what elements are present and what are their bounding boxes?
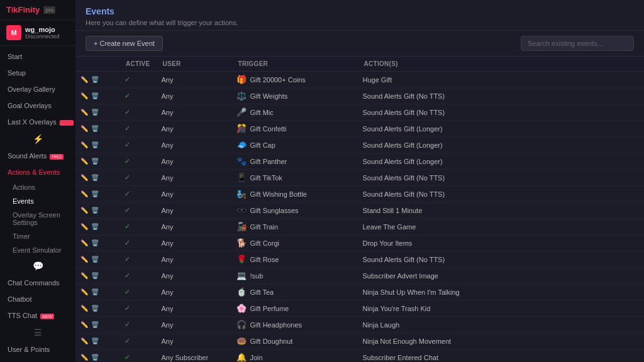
active-check[interactable]: ✓ [125, 353, 130, 361]
delete-icon[interactable]: 🗑️ [91, 354, 99, 361]
trigger-label: Join [250, 354, 262, 361]
trigger-emoji: ⚖️ [236, 91, 247, 101]
edit-icon[interactable]: ✏️ [80, 354, 88, 361]
row-action: Stand Still 1 Minute [357, 202, 644, 219]
row-user: Any [156, 268, 231, 284]
active-check[interactable]: ✓ [125, 255, 130, 263]
active-check[interactable]: ✓ [125, 124, 130, 132]
sidebar-item-sound-alerts[interactable]: Sound Alerts PRO [0, 148, 75, 164]
delete-icon[interactable]: 🗑️ [91, 305, 99, 312]
edit-icon[interactable]: ✏️ [80, 76, 88, 83]
table-row: ✏️ 🗑️ ✓ Any 🎁 Gift 20000+ Coins Huge Gif… [75, 72, 644, 88]
sidebar-item-chat-commands[interactable]: Chat Commands [0, 275, 75, 291]
active-check[interactable]: ✓ [125, 222, 130, 230]
sidebar-item-overlay-gallery[interactable]: Overlay Gallery [0, 81, 75, 97]
sidebar-item-setup[interactable]: Setup [0, 65, 75, 81]
edit-icon[interactable]: ✏️ [80, 125, 88, 132]
edit-icon[interactable]: ✏️ [80, 223, 88, 230]
sidebar: TikFinity pro M wg_mojo Disconnected Sta… [0, 0, 75, 362]
sidebar-item-start[interactable]: Start [0, 48, 75, 65]
trigger-emoji: 🧞 [236, 189, 247, 199]
active-check[interactable]: ✓ [125, 75, 130, 83]
edit-icon[interactable]: ✏️ [80, 190, 88, 197]
edit-icon[interactable]: ✏️ [80, 92, 88, 99]
active-check[interactable]: ✓ [125, 157, 130, 165]
active-check[interactable]: ✓ [125, 141, 130, 148]
delete-icon[interactable]: 🗑️ [91, 109, 99, 116]
sidebar-sub-actions[interactable]: Actions [0, 180, 75, 194]
edit-icon[interactable]: ✏️ [80, 272, 88, 279]
edit-icon[interactable]: ✏️ [80, 337, 88, 344]
sidebar-item-goal-overlays[interactable]: Goal Overlays [0, 97, 75, 114]
edit-icon[interactable]: ✏️ [80, 239, 88, 246]
trigger-emoji: 🚂 [236, 222, 247, 231]
trigger-emoji: 🐾 [236, 156, 247, 166]
delete-icon[interactable]: 🗑️ [91, 76, 99, 83]
edit-icon[interactable]: ✏️ [80, 321, 88, 328]
trigger-emoji: 🌸 [236, 304, 247, 313]
active-check[interactable]: ✓ [125, 173, 130, 181]
delete-icon[interactable]: 🗑️ [91, 141, 99, 148]
delete-icon[interactable]: 🗑️ [91, 125, 99, 132]
events-table-container: Active User Trigger Action(s) ✏️ 🗑️ ✓ An… [75, 57, 644, 362]
delete-icon[interactable]: 🗑️ [91, 256, 99, 263]
active-check[interactable]: ✓ [125, 288, 130, 295]
row-active: ✓ [119, 235, 156, 251]
delete-icon[interactable]: 🗑️ [91, 190, 99, 197]
divider-3: ☰ [0, 324, 75, 341]
divider-1: ⚡ [0, 130, 75, 148]
active-check[interactable]: ✓ [125, 108, 130, 116]
edit-icon[interactable]: ✏️ [80, 207, 88, 214]
edit-icon[interactable]: ✏️ [80, 174, 88, 181]
delete-icon[interactable]: 🗑️ [91, 337, 99, 344]
active-check[interactable]: ✓ [125, 206, 130, 214]
delete-icon[interactable]: 🗑️ [91, 272, 99, 279]
delete-icon[interactable]: 🗑️ [91, 288, 99, 295]
sound-alerts-badge: PRO [50, 154, 63, 160]
sidebar-item-last-x-overlays[interactable]: Last X Overlays NEW [0, 114, 75, 130]
edit-icon[interactable]: ✏️ [80, 256, 88, 263]
create-event-button[interactable]: + Create new Event [86, 36, 163, 51]
active-check[interactable]: ✓ [125, 92, 130, 99]
trigger-label: Gift Perfume [250, 305, 289, 312]
edit-icon[interactable]: ✏️ [80, 288, 88, 295]
row-controls: ✏️ 🗑️ [75, 251, 119, 268]
active-check[interactable]: ✓ [125, 239, 130, 246]
delete-icon[interactable]: 🗑️ [91, 158, 99, 165]
trigger-emoji: 🔔 [236, 353, 247, 362]
sidebar-item-tts-chat[interactable]: TTS Chat NEW [0, 307, 75, 324]
delete-icon[interactable]: 🗑️ [91, 174, 99, 181]
edit-icon[interactable]: ✏️ [80, 158, 88, 165]
active-check[interactable]: ✓ [125, 304, 130, 312]
active-check[interactable]: ✓ [125, 321, 130, 328]
sidebar-sub-events[interactable]: Events [0, 194, 75, 208]
delete-icon[interactable]: 🗑️ [91, 321, 99, 328]
table-row: ✏️ 🗑️ ✓ Any 🧢 Gift Cap Sound Alerts Gift… [75, 137, 644, 153]
sidebar-sub-timer[interactable]: Timer [0, 229, 75, 243]
active-check[interactable]: ✓ [125, 337, 130, 344]
sidebar-item-user-points[interactable]: User & Points [0, 341, 75, 358]
search-input[interactable] [521, 36, 634, 51]
edit-icon[interactable]: ✏️ [80, 109, 88, 116]
sidebar-sub-event-simulator[interactable]: Event Simulator [0, 243, 75, 257]
delete-icon[interactable]: 🗑️ [91, 223, 99, 230]
row-controls: ✏️ 🗑️ [75, 121, 119, 137]
table-row: ✏️ 🗑️ ✓ Any 🐾 Gift Panther Sound Alerts … [75, 153, 644, 170]
sidebar-item-chatbot[interactable]: Chatbot [0, 291, 75, 307]
delete-icon[interactable]: 🗑️ [91, 207, 99, 214]
active-check[interactable]: ✓ [125, 190, 130, 197]
delete-icon[interactable]: 🗑️ [91, 239, 99, 246]
active-check[interactable]: ✓ [125, 272, 130, 279]
sidebar-item-actions-events[interactable]: Actions & Events [0, 164, 75, 180]
table-row: ✏️ 🗑️ ✓ Any 🎧 Gift Headphones Ninja Laug… [75, 317, 644, 333]
table-row: ✏️ 🗑️ ✓ Any 🎤 Gift Mic Sound Alerts Gift… [75, 104, 644, 121]
page-title: Events [86, 6, 634, 16]
sidebar-nav: Start Setup Overlay Gallery Goal Overlay… [0, 46, 75, 362]
edit-icon[interactable]: ✏️ [80, 141, 88, 148]
trigger-emoji: 📱 [236, 173, 247, 182]
sidebar-sub-overlay-screen[interactable]: Overlay Screen Settings [0, 208, 75, 229]
edit-icon[interactable]: ✏️ [80, 305, 88, 312]
row-active: ✓ [119, 284, 156, 300]
row-action: Sound Alerts Gift (No TTS) [357, 170, 644, 186]
delete-icon[interactable]: 🗑️ [91, 92, 99, 99]
